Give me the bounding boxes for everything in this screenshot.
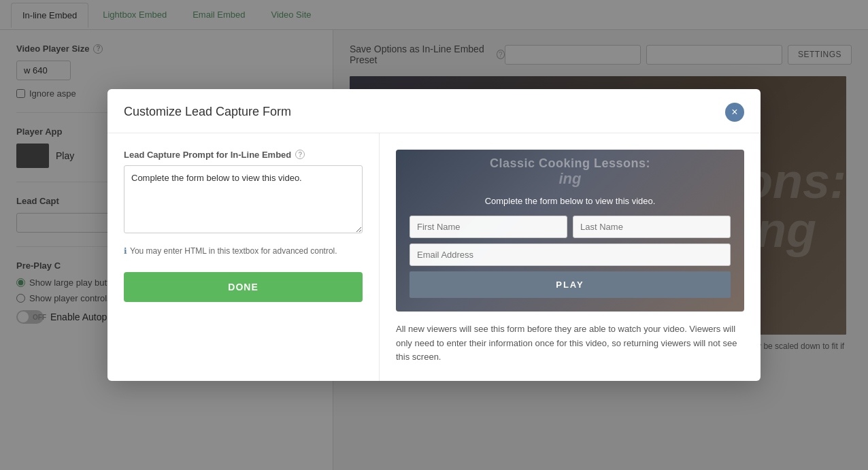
modal-info-text: All new viewers will see this form befor… bbox=[396, 322, 744, 365]
modal-section-info-icon[interactable]: ? bbox=[295, 150, 305, 159]
form-preview-bg-text: Classic Cooking Lessons: bbox=[490, 156, 650, 171]
modal-section-label-text: Lead Capture Prompt for In-Line Embed bbox=[124, 150, 291, 160]
done-button[interactable]: DONE bbox=[124, 272, 363, 302]
modal-header: Customize Lead Capture Form × bbox=[107, 89, 761, 133]
play-button[interactable]: PLAY bbox=[410, 271, 731, 298]
lead-capture-textarea[interactable]: Complete the form below to view this vid… bbox=[124, 165, 363, 233]
form-preview-prompt: Complete the form below to view this vid… bbox=[410, 196, 731, 206]
modal-overlay: Customize Lead Capture Form × Lead Captu… bbox=[0, 0, 868, 470]
modal-close-button[interactable]: × bbox=[725, 103, 744, 122]
modal-dialog: Customize Lead Capture Form × Lead Captu… bbox=[107, 89, 761, 381]
html-hint-icon: ℹ bbox=[124, 246, 127, 256]
html-hint-row: ℹ You may enter HTML in this textbox for… bbox=[124, 246, 363, 256]
modal-right-panel: Classic Cooking Lessons: ing Complete th… bbox=[380, 133, 761, 381]
page-background: In-line Embed Lightbox Embed Email Embed… bbox=[0, 0, 868, 470]
modal-title: Customize Lead Capture Form bbox=[124, 105, 291, 119]
email-input[interactable] bbox=[410, 244, 731, 266]
html-hint-text: You may enter HTML in this textbox for a… bbox=[130, 246, 337, 256]
form-preview-bg-subtitle: ing bbox=[559, 170, 582, 188]
first-name-input[interactable] bbox=[410, 216, 567, 238]
form-name-row bbox=[410, 216, 731, 238]
last-name-input[interactable] bbox=[573, 216, 731, 238]
modal-left-panel: Lead Capture Prompt for In-Line Embed ? … bbox=[107, 133, 380, 381]
modal-section-label: Lead Capture Prompt for In-Line Embed ? … bbox=[124, 150, 363, 235]
form-preview: Classic Cooking Lessons: ing Complete th… bbox=[396, 150, 744, 312]
modal-body: Lead Capture Prompt for In-Line Embed ? … bbox=[107, 133, 761, 381]
